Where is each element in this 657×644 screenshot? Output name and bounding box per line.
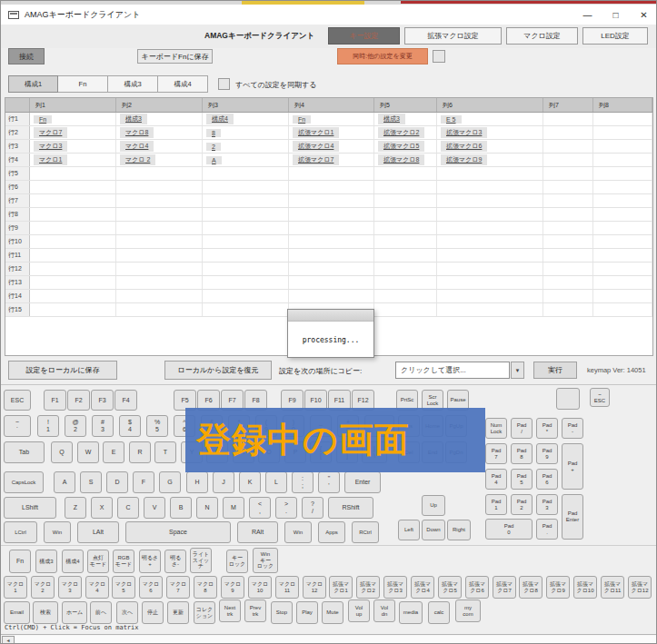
key-x[interactable]: X — [91, 497, 113, 519]
matrix-cell[interactable] — [437, 249, 543, 262]
matrix-cell-button[interactable]: 拡張マクロ2 — [378, 127, 424, 138]
matrix-cell[interactable] — [437, 303, 543, 316]
key-j[interactable]: J — [213, 471, 234, 493]
key-a[interactable]: A — [54, 471, 75, 493]
key-3[interactable]: # 3 — [92, 415, 114, 437]
key-pad-3[interactable]: Pad 3 — [536, 494, 558, 515]
matrix-cell[interactable] — [289, 167, 374, 180]
matrix-cell[interactable] — [593, 194, 652, 207]
key-pad-dot[interactable]: Pad . — [536, 519, 558, 540]
key-5[interactable]: % 5 — [146, 415, 168, 437]
key-tab[interactable]: Tab — [4, 441, 45, 463]
matrix-cell[interactable] — [203, 208, 289, 221]
matrix-cell-button[interactable]: 拡張マクロ8 — [378, 154, 424, 165]
key-pad-enter[interactable]: Pad Enter — [562, 494, 583, 540]
matrix-cell[interactable]: マクロ1 — [30, 154, 116, 166]
key-c[interactable]: C — [117, 497, 139, 519]
matrix-cell[interactable] — [203, 303, 289, 316]
key-ext-macro-11[interactable]: 拡張マ クロ11 — [601, 576, 624, 599]
key-pad-0[interactable]: Pad 0 — [485, 519, 533, 540]
key-macro-6[interactable]: マクロ 6 — [139, 576, 163, 599]
key-nav-stop[interactable]: 停止 — [142, 601, 164, 624]
key-m[interactable]: M — [223, 497, 244, 519]
key-pad-4[interactable]: Pad 4 — [485, 469, 507, 490]
matrix-cell[interactable] — [374, 181, 437, 193]
matrix-cell-button[interactable]: 拡張マクロ6 — [441, 141, 487, 152]
key-h[interactable]: H — [186, 471, 208, 493]
restore-local-button[interactable]: ローカルから設定を復元 — [164, 361, 272, 380]
matrix-cell[interactable] — [289, 249, 374, 262]
matrix-cell[interactable] — [437, 222, 543, 234]
key-vol-up[interactable]: Vol up — [348, 599, 370, 622]
matrix-cell[interactable] — [437, 276, 543, 289]
matrix-cell[interactable]: 拡張マクロ9 — [437, 154, 543, 166]
matrix-cell[interactable] — [374, 222, 437, 234]
key-capslock[interactable]: CapsLock — [4, 471, 44, 493]
matrix-cell[interactable] — [30, 194, 116, 207]
matrix-cell[interactable] — [289, 235, 374, 248]
matrix-cell[interactable] — [543, 208, 593, 221]
matrix-cell[interactable] — [203, 290, 289, 302]
matrix-cell[interactable] — [203, 194, 289, 207]
tab-led-settings[interactable]: LED設定 — [582, 27, 648, 45]
key-macro-11[interactable]: マクロ 11 — [275, 576, 299, 599]
key-ext-macro-4[interactable]: 拡張マ クロ4 — [411, 576, 434, 599]
matrix-cell[interactable] — [437, 194, 543, 207]
matrix-cell[interactable] — [203, 222, 289, 234]
matrix-cell[interactable] — [289, 208, 374, 221]
key-ext-macro-2[interactable]: 拡張マ クロ2 — [356, 576, 380, 599]
key-semicolon[interactable]: : ; — [292, 471, 314, 493]
key-blank[interactable] — [556, 388, 580, 410]
key-pad-star[interactable]: Pad * — [536, 418, 558, 439]
matrix-cell[interactable] — [437, 167, 543, 180]
key-email[interactable]: Email — [4, 601, 30, 624]
key-ext-macro-1[interactable]: 拡張マ クロ1 — [329, 576, 353, 599]
matrix-cell[interactable]: 拡張マクロ1 — [289, 126, 374, 139]
matrix-cell-button[interactable]: マクロ 2 — [120, 154, 155, 165]
key-calc[interactable]: calc — [428, 601, 450, 624]
matrix-cell[interactable] — [543, 181, 593, 193]
key-down[interactable]: Down — [422, 520, 445, 540]
key-numlock[interactable]: Num Lock — [485, 418, 507, 439]
key-rgb-mode[interactable]: RGB モード — [113, 550, 134, 573]
matrix-cell[interactable] — [593, 290, 652, 302]
matrix-cell[interactable]: マクロ4 — [116, 140, 203, 153]
profile-tab-config4[interactable]: 構成4 — [158, 75, 208, 93]
matrix-cell[interactable] — [30, 222, 116, 234]
key-period[interactable]: > . — [275, 497, 297, 519]
matrix-cell[interactable] — [30, 276, 116, 289]
matrix-cell-button[interactable]: マクロ1 — [34, 154, 67, 165]
matrix-cell[interactable] — [543, 235, 593, 248]
key-n[interactable]: N — [196, 497, 218, 519]
key-f1[interactable]: F1 — [44, 390, 66, 411]
key-ext-macro-3[interactable]: 拡張マ クロ3 — [383, 576, 407, 599]
matrix-cell[interactable]: 2 — [203, 140, 289, 153]
key-search[interactable]: 検索 — [33, 601, 58, 624]
matrix-cell[interactable] — [593, 249, 652, 262]
matrix-cell[interactable] — [30, 235, 116, 248]
matrix-cell[interactable] — [289, 290, 374, 302]
matrix-cell-button[interactable]: Fn — [34, 115, 52, 124]
key-pad-1[interactable]: Pad 1 — [485, 494, 507, 515]
key-apps[interactable]: Apps — [318, 521, 345, 543]
key-t[interactable]: T — [154, 441, 176, 463]
matrix-cell[interactable] — [374, 290, 437, 302]
matrix-cell[interactable] — [289, 276, 374, 289]
key-pad-8[interactable]: Pad 8 — [511, 443, 533, 464]
key-b[interactable]: B — [170, 497, 192, 519]
matrix-cell[interactable] — [437, 263, 543, 275]
connect-button[interactable]: 接続 — [8, 48, 45, 64]
key-rctrl[interactable]: RCtrl — [352, 521, 379, 543]
matrix-cell-button[interactable]: 拡張マクロ9 — [441, 154, 487, 165]
key-vol-down[interactable]: Vol dn — [373, 599, 395, 622]
tab-ext-macro-settings[interactable]: 拡張マクロ設定 — [404, 27, 502, 45]
matrix-cell[interactable] — [30, 167, 116, 180]
processing-dialog-titlebar[interactable] — [288, 310, 373, 322]
matrix-cell[interactable] — [437, 181, 543, 193]
matrix-cell-button[interactable]: 2 — [206, 143, 221, 151]
matrix-cell[interactable] — [203, 276, 289, 289]
matrix-cell[interactable] — [374, 249, 437, 262]
matrix-cell[interactable] — [116, 181, 203, 193]
key-mute[interactable]: Mute — [322, 601, 343, 624]
key-key-lock[interactable]: キー ロック — [226, 550, 248, 573]
